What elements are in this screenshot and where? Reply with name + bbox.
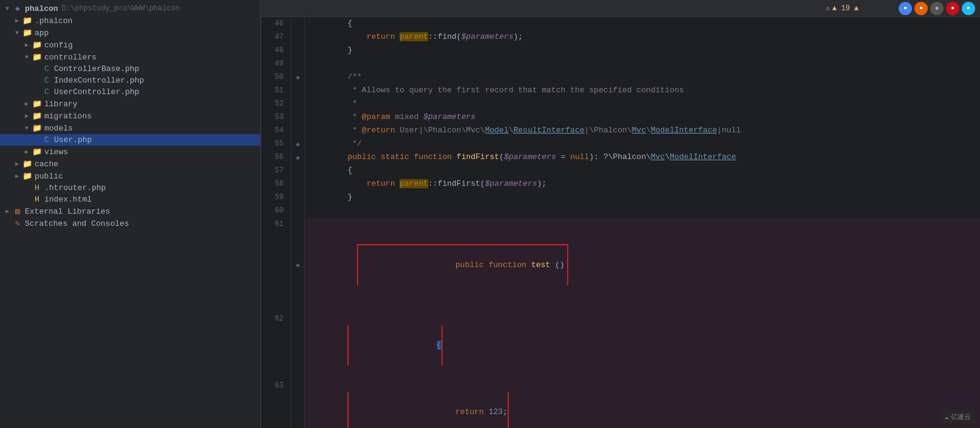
code-line-54: 54 * @return User|\Phalcon\Mvc\Model\Res… [261, 124, 980, 137]
line-number: 52 [261, 97, 291, 110]
folder-icon: 📁 [32, 111, 43, 121]
gutter-62 [291, 312, 305, 379]
line-content[interactable]: public static function findFirst($parame… [305, 151, 980, 164]
tree-item-public[interactable]: ▶ 📁 public [0, 170, 260, 182]
php-file-icon: C [41, 76, 52, 85]
line-content[interactable]: * Allows to query the first record that … [305, 84, 980, 97]
tree-label-root: phalcon [25, 4, 58, 13]
line-content[interactable]: } [305, 191, 980, 204]
gutter-60 [291, 204, 305, 217]
tree-path: D:\phpstudy_pro\WWW\phalcon [62, 4, 180, 13]
tree-label: controllers [44, 53, 97, 62]
tree-item-htrouter[interactable]: H .htrouter.php [0, 182, 260, 194]
line-content[interactable]: public function test () [305, 217, 980, 312]
code-line-53: 53 * @param mixed $parameters [261, 110, 980, 124]
line-number: 62 [261, 312, 291, 379]
warning-count: ▲ 19 ▲ [832, 4, 859, 13]
tree-label: migrations [44, 112, 92, 121]
tree-label: .htrouter.php [44, 183, 106, 192]
line-content[interactable]: return 123; [305, 379, 980, 428]
line-content[interactable]: { [305, 17, 980, 30]
line-content[interactable]: * [305, 97, 980, 110]
tree-label: User.php [54, 135, 92, 144]
tree-item-models[interactable]: ▼ 📁 models [0, 122, 260, 134]
tree-item-extlibs[interactable]: ▶ ▤ External Libraries [0, 205, 260, 217]
gutter-51 [291, 84, 305, 97]
tree-item-scratches[interactable]: ✎ Scratches and Consoles [0, 217, 260, 229]
tree-item-library[interactable]: ▶ 📁 library [0, 98, 260, 110]
tree-item-controllers[interactable]: ▼ 📁 controllers [0, 51, 260, 63]
chrome-icon[interactable]: ● [899, 2, 912, 15]
editor-toolbar: ⚠ ▲ 19 ▲ ● ● ● ● ● [261, 0, 980, 17]
expand-arrow: ▶ [22, 41, 32, 49]
line-number: 58 [261, 177, 291, 191]
folder-icon: 📁 [32, 99, 43, 109]
browser3-icon[interactable]: ● [930, 2, 944, 15]
line-content[interactable]: /** [305, 70, 980, 84]
tree-item-indexcontroller[interactable]: C IndexController.php [0, 75, 260, 86]
warning-badge: ⚠ ▲ 19 ▲ [826, 4, 859, 13]
gutter-48 [291, 44, 305, 57]
ie-icon[interactable]: ● [962, 2, 975, 15]
tree-label: IndexController.php [54, 76, 144, 85]
line-content[interactable]: } [305, 44, 980, 57]
scratches-icon: ✎ [12, 219, 23, 228]
folder-icon: 📁 [32, 52, 43, 62]
line-number: 49 [261, 57, 291, 70]
folder-icon: 📁 [22, 16, 33, 25]
line-number: 54 [261, 124, 291, 137]
line-content[interactable] [305, 204, 980, 217]
line-content[interactable] [305, 57, 980, 70]
php-file-icon: H [32, 183, 43, 192]
gutter-50: ◆ [291, 70, 305, 84]
code-line-50: 50 ◆ /** [261, 70, 980, 84]
tree-item-app[interactable]: ▼ 📁 app [0, 27, 260, 39]
line-number: 55 [261, 137, 291, 151]
code-editor: ⚠ ▲ 19 ▲ ● ● ● ● ● 46 { 47 return parent… [261, 0, 980, 428]
line-content[interactable]: return parent::find($parameters); [305, 30, 980, 44]
expand-arrow: ▼ [22, 125, 32, 132]
tree-item-phalcon-cfg[interactable]: ▶ 📁 .phalcon [0, 15, 260, 27]
tree-item-usercontroller[interactable]: C UserController.php [0, 86, 260, 98]
folder-icon: 📁 [22, 159, 33, 169]
line-content[interactable]: * @return User|\Phalcon\Mvc\Model\Result… [305, 124, 980, 137]
line-content[interactable]: { [305, 312, 980, 379]
tree-item-cache[interactable]: ▶ 📁 cache [0, 158, 260, 170]
folder-icon: 📁 [32, 40, 43, 50]
php-file-icon: C [41, 87, 52, 97]
code-line-47: 47 return parent::find($parameters); [261, 30, 980, 44]
code-content-area[interactable]: 46 { 47 return parent::find($parameters)… [261, 17, 980, 428]
line-content[interactable]: * @param mixed $parameters [305, 110, 980, 124]
line-number: 53 [261, 110, 291, 124]
project-icon: ◈ [12, 4, 23, 13]
tree-label: library [44, 100, 78, 109]
extlib-icon: ▤ [12, 206, 23, 216]
tree-label: ControllerBase.php [54, 64, 139, 73]
tree-item-user-php[interactable]: C User.php [0, 134, 260, 146]
code-line-46: 46 { [261, 17, 980, 30]
tree-label: models [44, 124, 73, 133]
tree-item-views[interactable]: ▶ 📁 views [0, 146, 260, 158]
tree-label: app [35, 29, 49, 38]
line-number: 47 [261, 30, 291, 44]
code-line-59: 59 } [261, 191, 980, 204]
tree-item-root[interactable]: ▼ ◈ phalcon D:\phpstudy_pro\WWW\phalcon [0, 2, 260, 15]
php-file-icon: C [41, 64, 52, 73]
code-line-60: 60 [261, 204, 980, 217]
gutter-54 [291, 124, 305, 137]
line-content[interactable]: */ [305, 137, 980, 151]
firefox-icon[interactable]: ● [914, 2, 928, 15]
opera-icon[interactable]: ● [946, 2, 959, 15]
line-content[interactable]: { [305, 164, 980, 177]
folder-icon: 📁 [22, 28, 33, 38]
tree-item-indexhtml[interactable]: H index.html [0, 194, 260, 205]
php-file-icon: C [41, 135, 52, 144]
tree-item-migrations[interactable]: ▶ 📁 migrations [0, 110, 260, 122]
tree-label: cache [35, 160, 58, 169]
tree-item-config[interactable]: ▶ 📁 config [0, 39, 260, 51]
expand-arrow: ▶ [22, 148, 32, 155]
watermark-label: 亿速云 [951, 412, 971, 421]
line-content[interactable]: return parent::findFirst($parameters); [305, 177, 980, 191]
code-line-63: 63 return 123; [261, 379, 980, 428]
tree-item-controllerbase[interactable]: C ControllerBase.php [0, 63, 260, 75]
